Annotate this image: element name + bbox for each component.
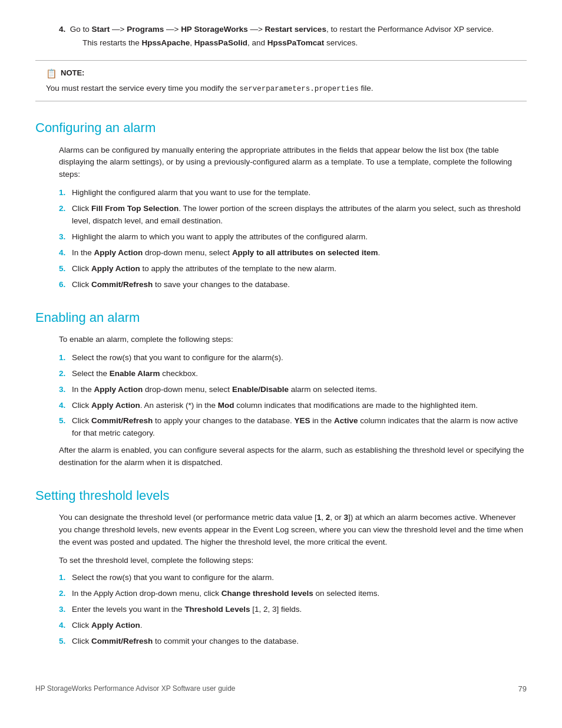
step-content: Click Commit/Refresh to apply your chang… — [72, 415, 527, 440]
step-content: In the Apply Action drop-down menu, sele… — [72, 247, 527, 259]
apply-action-bold5: Apply Action — [91, 621, 140, 630]
apply-action-bold3: Apply Action — [94, 385, 143, 394]
step-content: Click Commit/Refresh to commit your chan… — [72, 635, 527, 648]
enable-alarm-bold: Enable Alarm — [110, 369, 160, 378]
list-item: 3. Highlight the alarm to which you want… — [59, 231, 527, 243]
note-code: serverparameters.properties — [239, 85, 359, 93]
active-bold: Active — [334, 416, 358, 425]
step-content: Enter the levels you want in the Thresho… — [72, 604, 527, 616]
configuring-alarm-steps: 1. Highlight the configured alarm that y… — [59, 187, 527, 291]
commit-refresh-bold2: Commit/Refresh — [91, 416, 153, 425]
note-icon: 📋 — [46, 67, 57, 80]
step-num: 3. — [59, 231, 72, 243]
step4-sub: This restarts the HpssApache, HpassPaSol… — [82, 37, 527, 50]
step-num: 1. — [59, 352, 72, 364]
start-bold: Start — [92, 25, 110, 34]
note-text: You must restart the service every time … — [46, 83, 516, 95]
yes-bold: YES — [294, 416, 310, 425]
setting-threshold-section: Setting threshold levels You can designa… — [35, 486, 527, 647]
threshold-levels-bold: Threshold Levels — [184, 605, 250, 614]
list-item: 5. Click Commit/Refresh to commit your c… — [59, 635, 527, 648]
step-content: Click Apply Action to apply the attribut… — [72, 263, 527, 275]
list-item: 4. Click Apply Action. — [59, 620, 527, 632]
step-num: 1. — [59, 572, 72, 584]
step-content: Select the Enable Alarm checkbox. — [72, 368, 527, 380]
step-num: 4. — [59, 620, 72, 632]
list-item: 1. Highlight the configured alarm that y… — [59, 187, 527, 199]
step-num: 2. — [59, 588, 72, 600]
step-content: Click Fill From Top Selection. The lower… — [72, 203, 527, 228]
list-item: 3. Enter the levels you want in the Thre… — [59, 604, 527, 616]
list-item: 2. Click Fill From Top Selection. The lo… — [59, 203, 527, 228]
footer-right: 79 — [518, 683, 527, 695]
list-item: 5. Click Apply Action to apply the attri… — [59, 263, 527, 275]
note-box: 📋 NOTE: You must restart the service eve… — [35, 60, 527, 102]
enabling-alarm-intro: To enable an alarm, complete the followi… — [59, 334, 527, 346]
step-content: Select the row(s) that you want to confi… — [72, 572, 527, 584]
configuring-alarm-section: Configuring an alarm Alarms can be confi… — [35, 118, 527, 291]
enabling-alarm-steps: 1. Select the row(s) that you want to co… — [59, 352, 527, 440]
apache-bold: HpssApache — [142, 38, 190, 47]
change-threshold-bold: Change threshold levels — [222, 589, 313, 598]
apply-all-bold: Apply to all attributes on selected item — [232, 248, 378, 257]
note-label: 📋 NOTE: — [46, 67, 516, 80]
val3-bold: 3 — [344, 513, 349, 522]
step-num: 6. — [59, 279, 72, 291]
step-content: Click Apply Action. An asterisk (*) in t… — [72, 400, 527, 412]
apply-action-bold4: Apply Action — [91, 401, 140, 410]
list-item: 4. Click Apply Action. An asterisk (*) i… — [59, 400, 527, 412]
list-item: 6. Click Commit/Refresh to save your cha… — [59, 279, 527, 291]
step-num: 5. — [59, 263, 72, 275]
step-num: 4. — [59, 400, 72, 412]
step-num: 1. — [59, 187, 72, 199]
note-title: NOTE: — [61, 67, 84, 79]
step-num: 5. — [59, 635, 72, 648]
configuring-alarm-intro: Alarms can be configured by manually ent… — [59, 144, 527, 182]
step-num: 2. — [59, 203, 72, 228]
list-item: 1. Select the row(s) that you want to co… — [59, 572, 527, 584]
fill-bold: Fill From Top Selection — [91, 204, 178, 213]
apply-action-bold: Apply Action — [94, 248, 143, 257]
step-num: 3. — [59, 384, 72, 396]
enabling-alarm-section: Enabling an alarm To enable an alarm, co… — [35, 308, 527, 469]
footer: HP StorageWorks Performance Advisor XP S… — [35, 677, 527, 695]
step-num: 4. — [59, 247, 72, 259]
step-content: In the Apply Action drop-down menu, clic… — [72, 588, 527, 600]
enabling-alarm-after: After the alarm is enabled, you can conf… — [59, 444, 527, 469]
step-num: 2. — [59, 368, 72, 380]
enable-disable-bold: Enable/Disable — [232, 385, 289, 394]
list-item: 3. In the Apply Action drop-down menu, s… — [59, 384, 527, 396]
step4-number: 4. — [59, 25, 65, 34]
passa-bold: HpassPaSolid — [194, 38, 247, 47]
step4-text: 4. Go to Start —> Programs —> HP Storage… — [59, 24, 527, 36]
val2-bold: 2 — [326, 513, 330, 522]
step-content: Click Commit/Refresh to save your change… — [72, 279, 527, 291]
step-content: Click Apply Action. — [72, 620, 527, 632]
footer-left: HP StorageWorks Performance Advisor XP S… — [35, 683, 236, 694]
list-item: 5. Click Commit/Refresh to apply your ch… — [59, 415, 527, 440]
apply-action-bold2: Apply Action — [91, 264, 140, 273]
setting-threshold-title: Setting threshold levels — [35, 486, 527, 506]
val1-bold: 1 — [317, 513, 322, 522]
step-content: Select the row(s) that you want to confi… — [72, 352, 527, 364]
storageworks-bold: HP StorageWorks — [181, 25, 248, 34]
step4-block: 4. Go to Start —> Programs —> HP Storage… — [59, 24, 527, 50]
step-content: Highlight the alarm to which you want to… — [72, 231, 527, 243]
commit-refresh-bold3: Commit/Refresh — [91, 637, 153, 645]
setting-threshold-steps: 1. Select the row(s) that you want to co… — [59, 572, 527, 648]
list-item: 4. In the Apply Action drop-down menu, s… — [59, 247, 527, 259]
list-item: 2. Select the Enable Alarm checkbox. — [59, 368, 527, 380]
setting-threshold-intro1: You can designate the threshold level (o… — [59, 512, 527, 549]
programs-bold: Programs — [127, 25, 164, 34]
commit-refresh-bold: Commit/Refresh — [91, 280, 153, 289]
step-num: 3. — [59, 604, 72, 616]
list-item: 1. Select the row(s) that you want to co… — [59, 352, 527, 364]
mod-bold: Mod — [218, 401, 234, 410]
list-item: 2. In the Apply Action drop-down menu, c… — [59, 588, 527, 600]
restart-bold: Restart services — [265, 25, 326, 34]
tomcat-bold: HpssPaTomcat — [267, 38, 325, 47]
step-num: 5. — [59, 415, 72, 440]
enabling-alarm-title: Enabling an alarm — [35, 308, 527, 328]
step-content: Highlight the configured alarm that you … — [72, 187, 527, 199]
step-content: In the Apply Action drop-down menu, sele… — [72, 384, 527, 396]
